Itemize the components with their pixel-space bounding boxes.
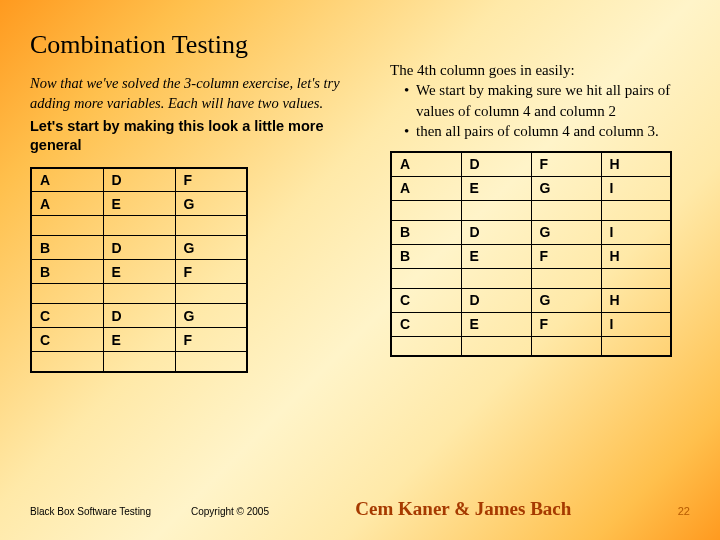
table-cell bbox=[531, 200, 601, 220]
table-row: CEFI bbox=[391, 312, 671, 336]
table-cell: D bbox=[461, 152, 531, 176]
table-row bbox=[31, 352, 247, 372]
table-cell: G bbox=[531, 176, 601, 200]
table-cell: D bbox=[103, 168, 175, 192]
table-row: BEF bbox=[31, 260, 247, 284]
table-row bbox=[391, 200, 671, 220]
table-row: BDG bbox=[31, 236, 247, 260]
table-cell: G bbox=[175, 192, 247, 216]
table-row: ADFH bbox=[391, 152, 671, 176]
table-cell: E bbox=[461, 176, 531, 200]
table-cell bbox=[601, 268, 671, 288]
table-cell bbox=[103, 216, 175, 236]
table-cell bbox=[103, 352, 175, 372]
table-cell bbox=[175, 216, 247, 236]
table-cell: D bbox=[461, 220, 531, 244]
table-cell: A bbox=[391, 152, 461, 176]
right-table: ADFHAEGIBDGIBEFHCDGHCEFI bbox=[390, 151, 672, 357]
table-cell: E bbox=[103, 260, 175, 284]
table-cell: I bbox=[601, 176, 671, 200]
table-row bbox=[31, 216, 247, 236]
table-row: ADF bbox=[31, 168, 247, 192]
table-cell: H bbox=[601, 152, 671, 176]
table-cell: C bbox=[31, 328, 103, 352]
table-cell: G bbox=[531, 220, 601, 244]
table-cell: F bbox=[175, 168, 247, 192]
table-cell bbox=[31, 284, 103, 304]
table-cell: H bbox=[601, 244, 671, 268]
right-column: The 4th column goes in easily: We start … bbox=[390, 30, 690, 373]
table-cell bbox=[175, 284, 247, 304]
table-cell bbox=[461, 268, 531, 288]
table-row: BEFH bbox=[391, 244, 671, 268]
slide-content: Combination Testing Now that we've solve… bbox=[0, 0, 720, 373]
table-cell: B bbox=[31, 236, 103, 260]
table-cell: F bbox=[531, 152, 601, 176]
table-row: BDGI bbox=[391, 220, 671, 244]
table-cell bbox=[531, 268, 601, 288]
table-cell: B bbox=[391, 244, 461, 268]
table-cell bbox=[601, 200, 671, 220]
table-cell: D bbox=[103, 304, 175, 328]
table-row bbox=[31, 284, 247, 304]
table-row bbox=[391, 336, 671, 356]
left-column: Combination Testing Now that we've solve… bbox=[30, 30, 360, 373]
table-cell: B bbox=[391, 220, 461, 244]
table-cell bbox=[531, 336, 601, 356]
table-row: CEF bbox=[31, 328, 247, 352]
table-cell: C bbox=[391, 288, 461, 312]
table-cell: F bbox=[175, 260, 247, 284]
table-row: AEG bbox=[31, 192, 247, 216]
table-cell bbox=[103, 284, 175, 304]
table-cell: H bbox=[601, 288, 671, 312]
table-cell bbox=[175, 352, 247, 372]
footer-authors: Cem Kaner & James Bach bbox=[269, 498, 658, 520]
bullet-item: then all pairs of column 4 and column 3. bbox=[404, 121, 690, 141]
table-cell bbox=[391, 268, 461, 288]
table-cell bbox=[601, 336, 671, 356]
table-cell: A bbox=[391, 176, 461, 200]
table-cell: C bbox=[391, 312, 461, 336]
right-intro-lead: The 4th column goes in easily: bbox=[390, 60, 690, 80]
table-cell: A bbox=[31, 168, 103, 192]
intro-bold: Let's start by making this look a little… bbox=[30, 117, 360, 155]
table-cell: E bbox=[461, 312, 531, 336]
right-table-body: ADFHAEGIBDGIBEFHCDGHCEFI bbox=[391, 152, 671, 356]
table-cell: G bbox=[175, 304, 247, 328]
table-cell bbox=[461, 200, 531, 220]
table-cell bbox=[391, 200, 461, 220]
table-cell: C bbox=[31, 304, 103, 328]
table-cell bbox=[391, 336, 461, 356]
left-table-body: ADFAEGBDGBEFCDGCEF bbox=[31, 168, 247, 372]
table-cell bbox=[31, 216, 103, 236]
table-cell: G bbox=[531, 288, 601, 312]
right-intro: The 4th column goes in easily: We start … bbox=[390, 60, 690, 141]
slide-title: Combination Testing bbox=[30, 30, 360, 60]
footer-copyright: Copyright © 2005 bbox=[191, 506, 269, 517]
bullet-item: We start by making sure we hit all pairs… bbox=[404, 80, 690, 121]
table-cell: E bbox=[461, 244, 531, 268]
table-cell: F bbox=[531, 244, 601, 268]
table-cell: E bbox=[103, 192, 175, 216]
footer-course: Black Box Software Testing bbox=[30, 506, 151, 517]
intro-italic: Now that we've solved the 3-column exerc… bbox=[30, 74, 360, 113]
table-cell: I bbox=[601, 312, 671, 336]
table-cell: D bbox=[461, 288, 531, 312]
footer: Black Box Software Testing Copyright © 2… bbox=[30, 498, 690, 520]
table-cell: I bbox=[601, 220, 671, 244]
footer-page-number: 22 bbox=[678, 505, 690, 517]
right-bullet-list: We start by making sure we hit all pairs… bbox=[390, 80, 690, 141]
table-cell: B bbox=[31, 260, 103, 284]
table-row: CDG bbox=[31, 304, 247, 328]
table-cell: G bbox=[175, 236, 247, 260]
table-cell bbox=[31, 352, 103, 372]
left-table: ADFAEGBDGBEFCDGCEF bbox=[30, 167, 248, 373]
table-cell: D bbox=[103, 236, 175, 260]
table-cell: A bbox=[31, 192, 103, 216]
table-row bbox=[391, 268, 671, 288]
table-row: AEGI bbox=[391, 176, 671, 200]
table-cell: E bbox=[103, 328, 175, 352]
table-row: CDGH bbox=[391, 288, 671, 312]
table-cell: F bbox=[175, 328, 247, 352]
table-cell: F bbox=[531, 312, 601, 336]
